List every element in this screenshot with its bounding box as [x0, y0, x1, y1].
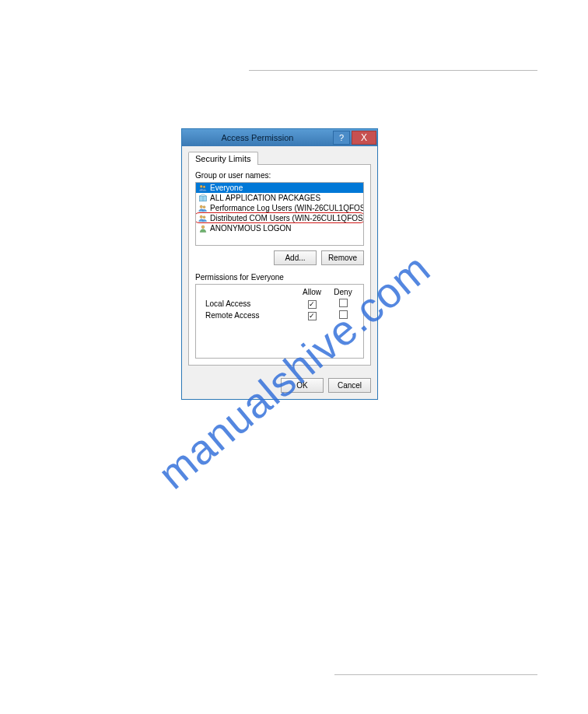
list-item[interactable]: Distributed COM Users (WIN-26CUL1QFOSF\D… — [196, 213, 363, 223]
help-button[interactable]: ? — [333, 131, 350, 145]
tab-security-limits[interactable]: Security Limits — [188, 152, 258, 165]
close-icon: X — [361, 132, 367, 143]
page-rule-bottom — [334, 674, 537, 675]
list-item[interactable]: Everyone — [196, 183, 363, 193]
list-item[interactable]: ALL APPLICATION PACKAGES — [196, 193, 363, 203]
cancel-button[interactable]: Cancel — [328, 378, 371, 393]
remove-button[interactable]: Remove — [321, 250, 364, 265]
permissions-for-label: Permissions for Everyone — [195, 273, 364, 282]
titlebar: Access Permission ? X — [182, 129, 377, 146]
list-item[interactable]: Performance Log Users (WIN-26CUL1QFOSF\P… — [196, 203, 363, 213]
permissions-grid: Allow Deny Local AccessRemote Access — [195, 284, 364, 359]
dialog-title: Access Permission — [182, 133, 333, 142]
add-button[interactable]: Add... — [274, 250, 317, 265]
svg-point-6 — [200, 215, 202, 218]
svg-point-1 — [203, 185, 205, 187]
page-rule-top — [249, 70, 537, 71]
dialog-body: Security Limits Group or user names: Eve… — [182, 146, 377, 372]
group-icon — [198, 214, 208, 223]
ok-button[interactable]: OK — [281, 378, 324, 393]
permission-name: Local Access — [201, 299, 296, 308]
tab-panel: Group or user names: EveryoneALL APPLICA… — [188, 164, 371, 366]
deny-checkbox[interactable] — [339, 299, 348, 307]
group-icon — [198, 184, 208, 193]
groups-label: Group or user names: — [195, 171, 364, 180]
list-item-label: Everyone — [210, 184, 243, 192]
permission-name: Remote Access — [201, 311, 296, 320]
permission-row: Local Access — [196, 298, 363, 310]
svg-point-0 — [200, 185, 202, 187]
allow-checkbox[interactable] — [308, 300, 317, 309]
list-item-label: Distributed COM Users (WIN-26CUL1QFOSF\D… — [210, 214, 363, 222]
user-icon — [198, 224, 208, 233]
package-icon — [198, 194, 208, 203]
tabstrip: Security Limits — [188, 152, 371, 165]
close-button[interactable]: X — [352, 131, 376, 145]
permission-row: Remote Access — [196, 310, 363, 321]
deny-header: Deny — [327, 288, 359, 296]
deny-checkbox[interactable] — [339, 310, 348, 319]
dialog-footer: OK Cancel — [182, 372, 377, 399]
list-item-label: ANONYMOUS LOGON — [210, 224, 291, 233]
svg-point-7 — [203, 215, 205, 218]
user-list[interactable]: EveryoneALL APPLICATION PACKAGESPerforma… — [195, 182, 364, 246]
list-item-label: ALL APPLICATION PACKAGES — [210, 194, 320, 202]
group-icon — [198, 204, 208, 213]
svg-point-8 — [201, 225, 205, 228]
permissions-header: Allow Deny — [196, 286, 363, 298]
list-item-label: Performance Log Users (WIN-26CUL1QFOSF\P… — [210, 204, 363, 212]
allow-header: Allow — [296, 288, 327, 296]
user-buttons: Add... Remove — [195, 250, 364, 265]
svg-point-4 — [200, 205, 202, 208]
help-icon: ? — [339, 133, 344, 142]
svg-point-5 — [203, 205, 205, 208]
allow-checkbox[interactable] — [308, 312, 317, 320]
access-permission-dialog: Access Permission ? X Security Limits Gr… — [181, 128, 378, 400]
list-item[interactable]: ANONYMOUS LOGON — [196, 223, 363, 233]
